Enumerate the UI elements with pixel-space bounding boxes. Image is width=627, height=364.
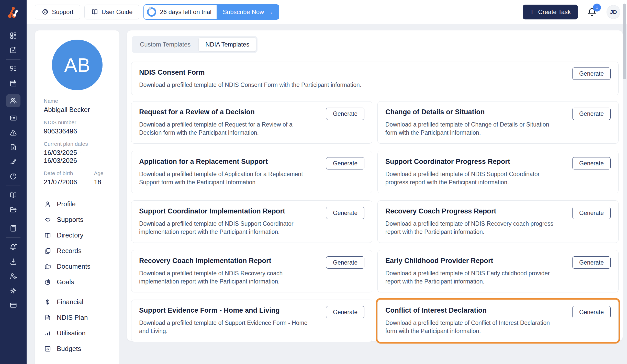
nav-item-supports[interactable]: Supports: [39, 212, 116, 228]
card-description: Download a prefilled template of Conflic…: [385, 319, 562, 335]
participant-nav: Profile Supports Directory Records Docum…: [35, 196, 119, 364]
nav-divider: [41, 292, 113, 292]
nav-item-utilisation[interactable]: Utilisation: [39, 325, 116, 341]
nav-item-profile[interactable]: Profile: [39, 196, 116, 212]
rail-incidents-icon[interactable]: [7, 129, 19, 136]
card-description: Download a prefilled template of NDIS Ea…: [385, 269, 562, 286]
rail-divider: [6, 219, 20, 219]
rail-calendar-icon[interactable]: [7, 79, 19, 87]
rail-calculator-icon[interactable]: [7, 224, 19, 232]
generate-button[interactable]: Generate: [572, 157, 611, 169]
rail-divider: [6, 186, 20, 186]
age-label: Age: [94, 170, 103, 176]
template-card-rc-implementation-report: Recovery Coach Implementation Report Dow…: [131, 250, 372, 292]
nav-label: Records: [57, 247, 82, 255]
trial-status: 26 days left on trial: [143, 4, 216, 20]
generate-button[interactable]: Generate: [326, 108, 364, 120]
generate-button[interactable]: Generate: [326, 207, 364, 219]
template-card-sc-implementation-report: Support Coordinator Implementation Repor…: [131, 200, 372, 243]
rail-divider: [6, 59, 20, 60]
nav-item-budgets[interactable]: Budgets: [39, 341, 116, 357]
nav-label: Profile: [57, 200, 76, 208]
generate-button[interactable]: Generate: [572, 207, 611, 219]
template-card-conflict-of-interest: Conflict of Interest Declaration Downloa…: [377, 300, 619, 342]
rail-book-icon[interactable]: [7, 191, 19, 199]
handshake-icon: [44, 216, 51, 223]
folder-copy-icon: [44, 263, 51, 270]
nav-label: Financial: [57, 298, 83, 306]
percent-box-icon: [44, 345, 51, 352]
template-grid: Request for a Review of a Decision Downl…: [131, 101, 619, 342]
notifications-button[interactable]: 1: [587, 7, 597, 17]
card-description: Download a prefilled template of NDIS Re…: [385, 220, 562, 236]
create-task-button[interactable]: + Create Task: [523, 5, 578, 19]
participant-panel: AB Name Abbigail Becker NDIS number 9063…: [35, 30, 120, 364]
generate-button[interactable]: Generate: [326, 157, 364, 169]
rail-file-plus-icon[interactable]: [7, 143, 19, 151]
generate-button[interactable]: Generate: [572, 108, 611, 120]
open-book-icon: [44, 232, 51, 239]
card-title: NDIS Consent Form: [139, 69, 611, 76]
card-description: Download a prefilled template of Change …: [385, 120, 562, 137]
nav-item-goals[interactable]: Goals: [39, 274, 116, 290]
ndis-number-label: NDIS number: [44, 119, 111, 126]
rail-settings-gear-icon[interactable]: [7, 287, 19, 294]
template-card-ndis-consent-form: NDIS Consent Form Download a prefilled t…: [131, 62, 619, 95]
nav-item-directory[interactable]: Directory: [39, 228, 116, 243]
top-bar: Support User Guide 26 days left on trial…: [27, 0, 627, 24]
nav-item-ndis-plan[interactable]: NDIS Plan: [39, 310, 116, 325]
rail-billing-card-icon[interactable]: [7, 301, 19, 309]
participant-fields: Name Abbigail Becker NDIS number 9063364…: [35, 98, 119, 192]
nav-item-documents[interactable]: Documents: [39, 259, 116, 274]
nav-item-tasks[interactable]: Tasks: [39, 361, 116, 364]
nav-label: Directory: [57, 231, 83, 239]
scrollbar[interactable]: [623, 4, 626, 79]
rail-calendar-check-icon[interactable]: [7, 46, 19, 54]
rail-id-card-icon[interactable]: [7, 114, 19, 122]
rail-dashboard-icon[interactable]: [7, 32, 19, 39]
age-value: 18: [94, 178, 103, 186]
support-button[interactable]: Support: [35, 5, 80, 19]
card-description: Download a prefilled template of NDIS Su…: [139, 220, 316, 236]
generate-button[interactable]: Generate: [572, 67, 611, 80]
user-guide-label: User Guide: [102, 8, 132, 16]
document-icon: [44, 314, 51, 321]
rail-signature-icon[interactable]: [7, 158, 19, 166]
tab-ndia-templates[interactable]: NDIA Templates: [198, 37, 256, 52]
rail-download-icon[interactable]: [7, 258, 19, 265]
generate-button[interactable]: Generate: [326, 256, 364, 269]
dob-value: 21/07/2006: [44, 178, 77, 186]
card-description: Download a prefilled template of NDIS Su…: [385, 170, 562, 186]
generate-button[interactable]: Generate: [572, 306, 611, 318]
person-icon: [44, 201, 51, 208]
rail-participants-icon[interactable]: [6, 94, 20, 107]
tabs-row: Custom Templates NDIA Templates: [127, 30, 623, 59]
dob-block: Date of birth 21/07/2006: [44, 170, 77, 192]
name-label: Name: [44, 98, 111, 104]
subscribe-label: Subscribe Now: [223, 8, 264, 16]
user-avatar[interactable]: JD: [607, 5, 620, 19]
nav-item-records[interactable]: Records: [39, 243, 116, 259]
template-card-rc-progress-report: Recovery Coach Progress Report Download …: [377, 200, 619, 243]
ndis-number-value: 906336496: [44, 127, 111, 135]
subscribe-now-button[interactable]: Subscribe Now →: [217, 4, 279, 20]
book-icon: [91, 8, 98, 15]
rail-bell-plus-icon[interactable]: [7, 243, 19, 251]
create-task-label: Create Task: [538, 8, 571, 16]
rail-pie-chart-icon[interactable]: [7, 173, 19, 180]
support-label: Support: [52, 8, 73, 16]
user-guide-button[interactable]: User Guide: [84, 5, 139, 19]
rail-checklist-icon[interactable]: [7, 65, 19, 73]
template-card-replacement-support: Application for a Replacement Support Do…: [131, 151, 372, 193]
age-block: Age 18: [94, 170, 103, 192]
tab-custom-templates[interactable]: Custom Templates: [133, 37, 197, 52]
template-card-review-of-decision: Request for a Review of a Decision Downl…: [131, 101, 372, 144]
nav-item-financial[interactable]: Financial: [39, 294, 116, 310]
rail-folder-icon[interactable]: [7, 206, 19, 213]
generate-button[interactable]: Generate: [326, 306, 364, 318]
nav-label: Budgets: [57, 345, 81, 353]
trial-banner: 26 days left on trial Subscribe Now →: [143, 4, 279, 20]
rail-user-settings-icon[interactable]: [7, 272, 19, 280]
notification-badge: 1: [593, 4, 601, 12]
generate-button[interactable]: Generate: [572, 256, 611, 269]
